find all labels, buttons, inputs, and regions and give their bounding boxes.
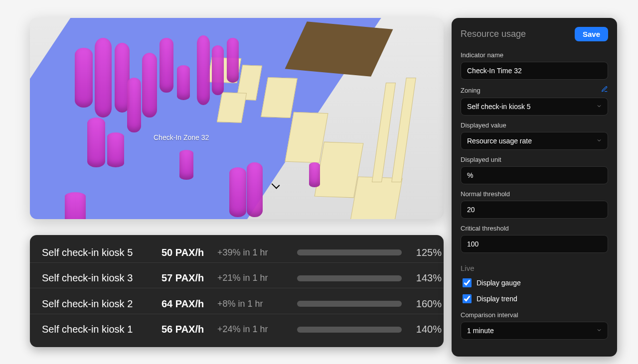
kiosk-pct: 143% bbox=[412, 272, 442, 284]
normal-threshold-input[interactable] bbox=[461, 201, 608, 219]
field-displayed-value: Displayed value bbox=[461, 121, 608, 150]
kiosk-name: Self check-in kiosk 5 bbox=[42, 247, 161, 258]
kiosk-pct: 160% bbox=[412, 298, 442, 310]
kiosk-name: Self check-in kiosk 2 bbox=[42, 298, 161, 310]
kiosk-trend: +39% in 1 hr bbox=[217, 247, 287, 258]
display-gauge-checkbox[interactable] bbox=[463, 278, 472, 287]
critical-threshold-input[interactable] bbox=[461, 235, 608, 253]
field-displayed-unit: Displayed unit bbox=[461, 156, 608, 184]
indicator-name-input[interactable] bbox=[461, 62, 608, 80]
kiosk-row[interactable]: Self check-in kiosk 357 PAX/h+21% in 1 h… bbox=[30, 268, 444, 288]
kiosk-trend: +8% in 1 hr bbox=[217, 299, 287, 309]
kiosk-gauge bbox=[297, 301, 402, 307]
kiosk-rate: 57 PAX/h bbox=[161, 272, 217, 284]
density-bar bbox=[127, 78, 141, 132]
kiosk-pct: 125% bbox=[412, 247, 442, 258]
kiosk-rate: 50 PAX/h bbox=[161, 247, 217, 258]
field-zoning: Zoning bbox=[461, 86, 608, 116]
density-bar bbox=[177, 65, 190, 100]
displayed-unit-label: Displayed unit bbox=[461, 156, 608, 163]
field-indicator-name: Indicator name bbox=[461, 51, 608, 80]
density-bar bbox=[179, 150, 193, 180]
display-trend-row: Display trend bbox=[461, 292, 608, 305]
comparison-interval-label: Comparison interval bbox=[461, 311, 608, 319]
building-block bbox=[217, 92, 247, 123]
density-bar bbox=[95, 38, 112, 118]
density-bar bbox=[309, 162, 320, 187]
kiosk-row[interactable]: Self check-in kiosk 156 PAX/h+24% in 1 h… bbox=[30, 320, 444, 339]
display-gauge-label: Display gauge bbox=[477, 279, 521, 287]
field-normal-threshold: Normal threshold bbox=[461, 190, 608, 219]
kiosk-list: Self check-in kiosk 550 PAX/h+39% in 1 h… bbox=[30, 235, 444, 347]
density-bar bbox=[247, 162, 263, 217]
edit-icon[interactable] bbox=[601, 86, 608, 95]
critical-threshold-label: Critical threshold bbox=[461, 225, 608, 232]
density-bar bbox=[160, 38, 173, 93]
panel-title: Resource usage bbox=[461, 29, 526, 39]
kiosk-gauge bbox=[297, 327, 402, 333]
zone-label: Check-In Zone 32 bbox=[154, 133, 209, 141]
field-critical-threshold: Critical threshold bbox=[461, 225, 608, 253]
kiosk-row[interactable]: Self check-in kiosk 550 PAX/h+39% in 1 h… bbox=[30, 243, 444, 263]
normal-threshold-label: Normal threshold bbox=[461, 190, 608, 198]
zoning-select[interactable] bbox=[461, 98, 608, 116]
density-bar bbox=[229, 167, 246, 217]
settings-panel: Resource usage Save Indicator name Zonin… bbox=[452, 18, 617, 357]
kiosk-trend: +21% in 1 hr bbox=[217, 273, 287, 283]
kiosk-gauge bbox=[297, 275, 402, 281]
density-bar bbox=[212, 45, 224, 95]
density-bar bbox=[197, 35, 210, 105]
indicator-name-label: Indicator name bbox=[461, 51, 608, 59]
3d-viewport[interactable]: Check-In Zone 32 bbox=[30, 18, 444, 219]
density-bar bbox=[65, 192, 86, 219]
density-bar bbox=[75, 48, 93, 108]
density-bar bbox=[142, 53, 157, 118]
density-bar bbox=[227, 38, 239, 83]
display-gauge-row: Display gauge bbox=[461, 276, 608, 289]
kiosk-trend: +24% in 1 hr bbox=[217, 324, 287, 335]
displayed-value-label: Displayed value bbox=[461, 121, 608, 129]
cursor-icon bbox=[273, 181, 279, 190]
comparison-interval-select[interactable] bbox=[461, 322, 608, 340]
kiosk-name: Self check-in kiosk 3 bbox=[42, 272, 161, 284]
kiosk-rate: 56 PAX/h bbox=[161, 324, 217, 335]
kiosk-rate: 64 PAX/h bbox=[161, 298, 217, 310]
live-section-label: Live bbox=[461, 264, 608, 272]
kiosk-row[interactable]: Self check-in kiosk 264 PAX/h+8% in 1 hr… bbox=[30, 294, 444, 314]
field-comparison-interval: Comparison interval bbox=[461, 311, 608, 340]
kiosk-name: Self check-in kiosk 1 bbox=[42, 324, 161, 335]
displayed-value-select[interactable] bbox=[461, 132, 608, 150]
density-bar bbox=[107, 132, 124, 167]
building-block bbox=[350, 176, 402, 219]
display-trend-checkbox[interactable] bbox=[463, 294, 472, 303]
kiosk-gauge bbox=[297, 249, 402, 255]
display-trend-label: Display trend bbox=[477, 295, 517, 303]
save-button[interactable]: Save bbox=[575, 27, 608, 41]
displayed-unit-input[interactable] bbox=[461, 166, 608, 184]
zoning-label: Zoning bbox=[461, 87, 480, 94]
density-bar bbox=[87, 118, 105, 167]
kiosk-pct: 140% bbox=[412, 324, 442, 335]
